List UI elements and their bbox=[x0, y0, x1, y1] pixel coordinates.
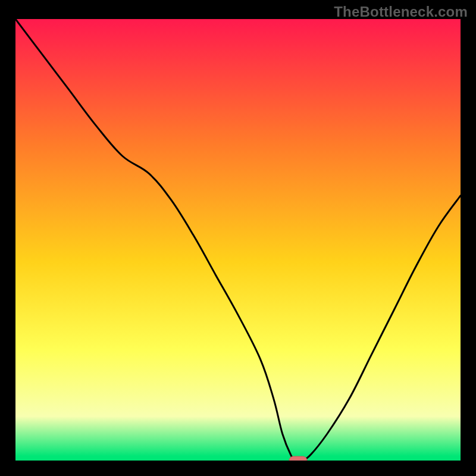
plot-area bbox=[15, 19, 461, 461]
watermark-text: TheBottleneck.com bbox=[334, 4, 468, 20]
optimal-marker bbox=[289, 456, 307, 461]
chart-frame: TheBottleneck.com bbox=[0, 0, 476, 476]
bottleneck-chart bbox=[15, 19, 461, 461]
gradient-background bbox=[15, 19, 461, 461]
